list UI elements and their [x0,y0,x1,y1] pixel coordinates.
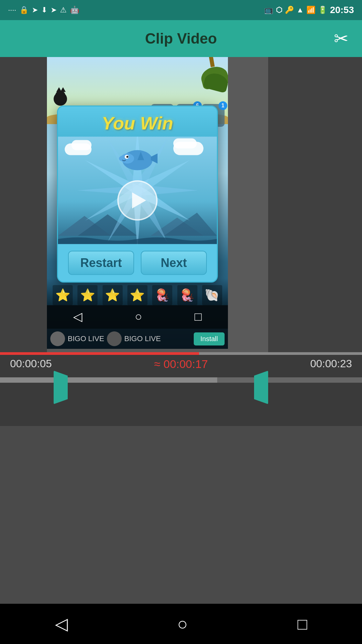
creature-2[interactable]: ⭐ [77,285,98,305]
warning-icon: ⚠ [60,6,67,14]
lock-icon: 🔒 [19,6,28,14]
timestamp-end: 00:00:23 [310,358,352,371]
scissors-button[interactable]: ✂ [334,29,349,49]
inner-home-icon[interactable]: ○ [135,310,142,324]
settings-badge: 1 [219,101,227,110]
bottom-recent-icon[interactable]: □ [297,615,307,633]
send-icon: ➤ [32,6,38,14]
creature-4[interactable]: ⭐ [127,285,147,305]
dialog-image-area [58,137,217,244]
timeline-bar-filled [0,377,217,383]
download-icon: ⬇ [41,6,47,14]
video-container: 🏠 📦 6 ⚙ 1 You Win [0,57,362,352]
signal-icon: 📶 [306,6,315,14]
side-overlay-left [0,57,47,352]
timeline-area: 00:00:05 ≈ 00:00:17 00:00:23 [0,352,362,426]
notif-appname-1: BIGO LIVE [68,334,104,343]
bottom-nav: ◁ ○ □ [0,604,362,644]
bottom-home-icon[interactable]: ○ [177,614,188,634]
dialog-buttons: Restart Next [58,244,217,282]
status-bar: ···· 🔒 ➤ ⬇ ➤ ⚠ 🤖 📺 ⬡ 🔑 ▲ 📶 🔋 20:53 [0,0,362,20]
status-icons-right: 📺 ⬡ 🔑 ▲ 📶 🔋 20:53 [264,5,354,15]
timeline-played [0,352,199,355]
wave [58,234,217,244]
wifi-icon: ▲ [297,6,304,14]
status-dots: ···· [8,6,16,14]
play-button[interactable] [117,180,158,221]
creature-3[interactable]: ⭐ [103,285,123,305]
timestamp-start: 00:00:05 [10,358,52,371]
creature-1[interactable]: ⭐ [53,285,73,305]
app-bar: Clip Video ✂ [0,20,362,57]
install-button[interactable]: Install [194,332,225,345]
creature-6[interactable]: 🪼 [177,285,197,305]
notif-appname-2: BIGO LIVE [124,334,161,343]
creature-7[interactable]: 🐚 [202,285,222,305]
status-icons-left: ···· 🔒 ➤ ⬇ ➤ ⚠ 🤖 [8,6,79,14]
dolphin-character [117,142,158,177]
restart-button[interactable]: Restart [68,251,134,275]
svg-point-14 [126,156,128,158]
bottom-back-icon[interactable]: ◁ [55,614,68,634]
cast-icon: 📺 [264,6,273,14]
android-icon: 🤖 [70,6,79,14]
app-title: Clip Video [145,30,217,47]
timestamp-current: ≈ 00:00:17 [154,358,208,371]
timestamps: 00:00:05 ≈ 00:00:17 00:00:23 [0,358,362,371]
dialog-title-bar: You Win [58,107,217,137]
inner-nav: ◁ ○ □ [47,305,228,329]
trim-handle-left[interactable] [54,371,68,404]
creature-5[interactable]: 🪼 [152,285,172,305]
send2-icon: ➤ [51,6,57,14]
bluetooth-icon: ⬡ [276,6,282,14]
inner-back-icon[interactable]: ◁ [73,310,82,324]
play-triangle [132,193,146,209]
creatures-row: ⭐ ⭐ ⭐ ⭐ 🪼 🪼 🐚 [47,285,228,305]
notif-avatar-2 [107,331,122,346]
trim-handle-right[interactable] [254,371,268,404]
battery-icon: 🔋 [318,6,327,14]
vpn-icon: 🔑 [285,6,294,14]
next-button[interactable]: Next [141,251,207,275]
notif-avatar-1 [50,331,65,346]
notification-strip: BIGO LIVE BIGO LIVE Install [47,329,228,349]
video-frame: 🏠 📦 6 ⚙ 1 You Win [47,57,228,349]
side-overlay-right [268,57,362,352]
timeline-progress[interactable] [0,352,362,355]
clock: 20:53 [330,5,354,15]
you-win-dialog: You Win [57,106,218,283]
inner-recent-icon[interactable]: □ [194,310,202,324]
dialog-title: You Win [65,113,210,133]
